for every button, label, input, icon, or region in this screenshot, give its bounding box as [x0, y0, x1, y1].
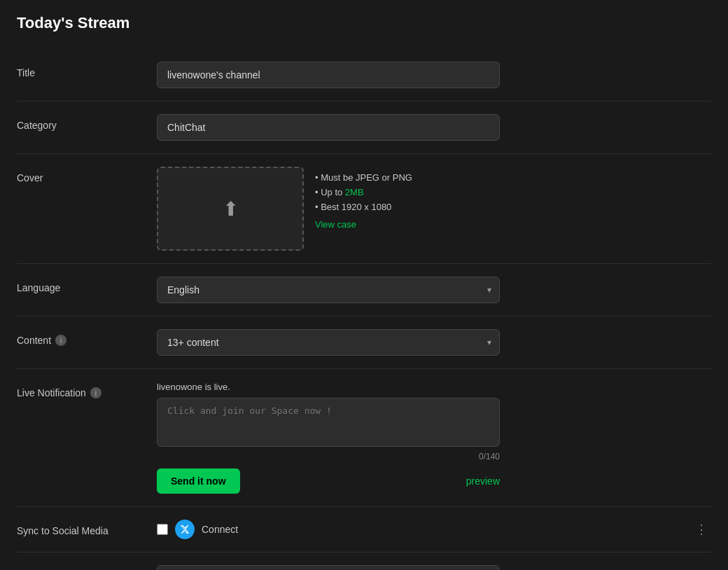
cover-size: 2MB — [345, 187, 364, 197]
upload-icon: ⬆ — [223, 197, 239, 221]
page-title: Today's Stream — [17, 14, 711, 32]
sync-social-label: Sync to Social Media — [17, 520, 157, 536]
twitter-icon — [175, 520, 195, 539]
live-notification-row: Live Notification i livenowone is live. … — [17, 369, 711, 507]
live-notification-content: livenowone is live. 0/140 Send it now pr… — [157, 382, 711, 494]
sync-social-content: Connect ⋮ — [157, 520, 711, 539]
view-case-link[interactable]: View case — [315, 219, 412, 230]
connect-text: Connect — [202, 524, 238, 535]
cover-field-content: ⬆ • Must be JPEG or PNG • Up to 2MB • Be… — [157, 167, 711, 251]
content-select[interactable]: 13+ content 18+ content All ages — [157, 329, 500, 356]
cover-row: Cover ⬆ • Must be JPEG or PNG • Up to 2M… — [17, 154, 711, 264]
cover-req-1: • Must be JPEG or PNG — [315, 172, 412, 183]
content-field-content: 13+ content 18+ content All ages ▾ — [157, 329, 711, 356]
vibetag-select[interactable]: Select a VibeTag (optional) — [157, 565, 500, 570]
category-field-content — [157, 114, 711, 141]
vibetag-row: Trending VibeTags i Select a VibeTag (op… — [17, 552, 711, 570]
language-select-wrapper: English Spanish French German Japanese K… — [157, 277, 500, 303]
category-input[interactable] — [157, 114, 500, 141]
sync-social-row: Sync to Social Media Connect ⋮ — [17, 507, 711, 552]
title-row: Title — [17, 49, 711, 102]
category-label: Category — [17, 114, 157, 131]
cover-info: • Must be JPEG or PNG • Up to 2MB • Best… — [315, 167, 412, 230]
notification-header-text: livenowone is live. — [157, 382, 500, 392]
vibetag-field-content: Select a VibeTag (optional) ▾ — [157, 565, 711, 570]
language-select[interactable]: English Spanish French German Japanese K… — [157, 277, 500, 303]
cover-req-3: • Best 1920 x 1080 — [315, 202, 412, 212]
language-row: Language English Spanish French German J… — [17, 264, 711, 317]
notification-section: livenowone is live. 0/140 Send it now pr… — [157, 382, 500, 494]
preview-link[interactable]: preview — [466, 475, 500, 487]
cover-label: Cover — [17, 167, 157, 183]
language-label: Language — [17, 277, 157, 293]
title-label: Title — [17, 62, 157, 78]
cover-upload-area[interactable]: ⬆ — [157, 167, 304, 251]
notification-actions: Send it now preview — [157, 468, 500, 494]
vibetag-select-wrapper: Select a VibeTag (optional) ▾ — [157, 565, 500, 570]
title-input[interactable] — [157, 62, 500, 88]
live-notification-info-icon[interactable]: i — [90, 387, 102, 398]
send-now-button[interactable]: Send it now — [157, 468, 240, 494]
live-notification-label: Live Notification i — [17, 382, 157, 398]
cover-req-2: • Up to 2MB — [315, 187, 412, 197]
char-count: 0/140 — [157, 452, 500, 461]
category-row: Category — [17, 102, 711, 154]
language-field-content: English Spanish French German Japanese K… — [157, 277, 711, 303]
content-info-icon[interactable]: i — [55, 335, 66, 346]
title-field-content — [157, 62, 711, 88]
notification-textarea[interactable] — [157, 398, 500, 447]
three-dots-menu[interactable]: ⋮ — [692, 522, 711, 537]
content-label: Content i — [17, 329, 157, 346]
content-row: Content i 13+ content 18+ content All ag… — [17, 317, 711, 369]
sync-checkbox[interactable] — [157, 524, 168, 535]
content-select-wrapper: 13+ content 18+ content All ages ▾ — [157, 329, 500, 356]
sync-section: Connect ⋮ — [157, 520, 711, 539]
